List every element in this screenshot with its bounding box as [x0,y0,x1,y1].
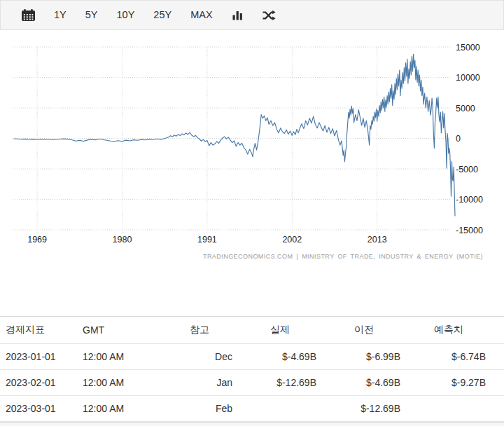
range-button-1y[interactable]: 1Y [54,10,66,20]
y-axis-label: 10000 [456,73,480,83]
table-cell: $-9.27B [406,370,504,396]
y-axis-label: -15000 [456,226,483,235]
table-cell: 2023-03-01 [0,396,77,422]
x-axis-label: 2013 [368,235,387,245]
col-header-actual: 실제 [238,317,322,344]
table-cell: $-4.69B [238,344,322,370]
series-line [14,54,455,216]
table-cell: 12:00 AM [77,370,161,396]
x-axis-label: 1969 [27,235,47,245]
table-cell: 12:00 AM [77,396,161,422]
range-button-max[interactable]: MAX [190,10,212,20]
trade-balance-chart[interactable]: 150001000050000-5000-10000-1500019691980… [0,30,504,268]
table-cell: $-12.69B [322,396,406,422]
x-axis-label: 1980 [113,235,132,245]
shuffle-icon[interactable] [262,10,276,21]
y-axis-label: 0 [456,134,461,144]
col-header-indicator: 경제지표 [0,317,77,344]
table-cell: $-6.99B [322,344,406,370]
col-header-previous: 이전 [322,317,406,344]
table-cell: $-6.74B [406,344,504,370]
y-axis-label: -5000 [456,165,478,174]
table-cell [406,396,504,422]
chart-gridlines [13,47,451,233]
col-header-gmt: GMT [77,317,161,344]
table-cell [238,396,322,422]
table-cell: Dec [161,344,238,370]
table-cell: Jan [161,370,238,396]
y-axis-label: -10000 [456,195,483,205]
table-cell: 2023-01-01 [0,344,77,370]
x-axis-label: 1991 [197,235,217,245]
footer-strip [0,422,504,426]
chart-toolbar: 1Y 5Y 10Y 25Y MAX [0,0,504,30]
table-cell: Feb [161,396,238,422]
range-button-5y[interactable]: 5Y [85,10,98,20]
chart-attribution: TRADINGECONOMICS.COM | MINISTRY OF TRADE… [203,253,483,260]
y-axis-label: 5000 [456,104,475,114]
table-cell: $-4.69B [322,370,406,396]
y-axis-label: 15000 [456,43,480,53]
bar-chart-icon[interactable] [232,9,244,21]
table-cell: $-12.69B [238,370,322,396]
table-cell: 2023-02-01 [0,370,77,396]
table-cell: 12:00 AM [77,344,161,370]
calendar-table: 경제지표 GMT 참고 실제 이전 예측치 2023-01-0112:00 AM… [0,316,504,422]
range-button-10y[interactable]: 10Y [117,10,135,20]
x-axis-label: 2002 [282,235,302,245]
calendar-icon[interactable] [22,9,35,21]
col-header-forecast: 예측치 [406,317,504,344]
table-body: 2023-01-0112:00 AMDec$-4.69B$-6.99B$-6.7… [0,344,504,422]
chart-canvas[interactable]: 150001000050000-5000-10000-1500019691980… [0,30,504,268]
table-header-row: 경제지표 GMT 참고 실제 이전 예측치 [0,317,504,344]
table-row[interactable]: 2023-03-0112:00 AMFeb$-12.69B [0,396,504,422]
col-header-reference: 참고 [161,317,238,344]
table-row[interactable]: 2023-01-0112:00 AMDec$-4.69B$-6.99B$-6.7… [0,344,504,370]
table-row[interactable]: 2023-02-0112:00 AMJan$-12.69B$-4.69B$-9.… [0,370,504,396]
range-button-25y[interactable]: 25Y [153,10,172,20]
